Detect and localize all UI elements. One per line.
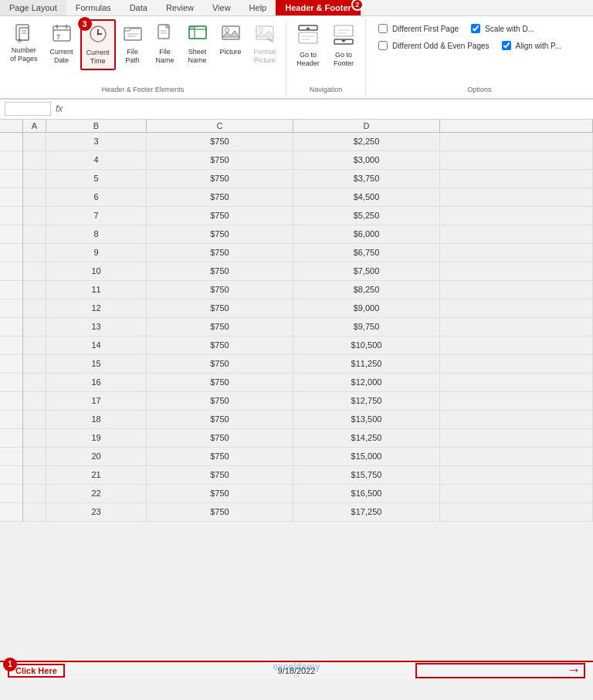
cell-d-3[interactable]: $3,750: [293, 170, 440, 188]
cell-a-19[interactable]: [23, 466, 46, 484]
tab-page-layout[interactable]: Page Layout: [0, 0, 66, 15]
cell-a-9[interactable]: [23, 281, 46, 299]
cell-a-15[interactable]: [23, 392, 46, 410]
cell-d-4[interactable]: $4,500: [293, 188, 440, 206]
cell-b-12[interactable]: 14: [46, 336, 147, 354]
cell-b-14[interactable]: 16: [46, 374, 147, 391]
cell-d-8[interactable]: $7,500: [293, 262, 440, 280]
cell-c-1[interactable]: $750: [147, 133, 293, 150]
cell-c-16[interactable]: $750: [147, 411, 293, 428]
sheet-name-button[interactable]: SheetName: [182, 19, 213, 69]
cell-b-19[interactable]: 21: [46, 466, 147, 484]
cell-d-7[interactable]: $6,750: [293, 244, 440, 262]
cell-c-12[interactable]: $750: [147, 336, 293, 354]
cell-c-20[interactable]: $750: [147, 485, 293, 502]
different-odd-even-checkbox[interactable]: [378, 41, 388, 50]
cell-a-5[interactable]: [23, 207, 46, 225]
cell-b-18[interactable]: 20: [46, 448, 147, 465]
current-time-button[interactable]: 3 CurrentTime: [80, 19, 116, 70]
scale-with-doc-checkbox[interactable]: [471, 24, 480, 33]
cell-b-17[interactable]: 19: [46, 429, 147, 447]
cell-b-9[interactable]: 11: [46, 281, 147, 299]
cell-d-2[interactable]: $3,000: [293, 151, 440, 169]
cell-d-12[interactable]: $10,500: [293, 336, 440, 354]
cell-b-11[interactable]: 13: [46, 318, 147, 336]
go-to-footer-button[interactable]: Go toFooter: [327, 19, 361, 72]
cell-b-5[interactable]: 7: [46, 207, 147, 225]
cell-a-21[interactable]: [23, 503, 46, 521]
cell-a-10[interactable]: [23, 299, 46, 317]
tab-data[interactable]: Data: [120, 0, 157, 15]
cell-d-14[interactable]: $12,000: [293, 374, 440, 391]
cell-c-8[interactable]: $750: [147, 262, 293, 280]
cell-d-20[interactable]: $16,500: [293, 485, 440, 502]
cell-b-8[interactable]: 10: [46, 262, 147, 280]
align-with-page-checkbox[interactable]: [502, 41, 511, 50]
cell-b-6[interactable]: 8: [46, 225, 147, 243]
cell-b-2[interactable]: 4: [46, 151, 147, 169]
name-box[interactable]: [5, 102, 51, 116]
formula-input[interactable]: [67, 104, 588, 113]
cell-c-9[interactable]: $750: [147, 281, 293, 299]
cell-c-4[interactable]: $750: [147, 188, 293, 206]
cell-a-17[interactable]: [23, 429, 46, 447]
different-first-page-checkbox[interactable]: [378, 24, 388, 33]
cell-d-19[interactable]: $15,750: [293, 466, 440, 484]
cell-b-1[interactable]: 3: [46, 133, 147, 150]
cell-a-1[interactable]: [23, 133, 46, 150]
cell-a-14[interactable]: [23, 374, 46, 391]
cell-c-14[interactable]: $750: [147, 374, 293, 391]
cell-c-13[interactable]: $750: [147, 355, 293, 373]
file-name-button[interactable]: FileName: [150, 19, 181, 69]
cell-a-6[interactable]: [23, 225, 46, 243]
cell-b-13[interactable]: 15: [46, 355, 147, 373]
cell-b-20[interactable]: 22: [46, 485, 147, 502]
cell-c-18[interactable]: $750: [147, 448, 293, 465]
cell-a-4[interactable]: [23, 188, 46, 206]
cell-c-15[interactable]: $750: [147, 392, 293, 410]
file-path-button[interactable]: FilePath: [117, 19, 148, 69]
cell-a-11[interactable]: [23, 318, 46, 336]
cell-b-4[interactable]: 6: [46, 188, 147, 206]
go-to-header-button[interactable]: Go toHeader: [291, 19, 325, 72]
cell-b-7[interactable]: 9: [46, 244, 147, 262]
cell-c-10[interactable]: $750: [147, 299, 293, 317]
cell-d-9[interactable]: $8,250: [293, 281, 440, 299]
cell-d-5[interactable]: $5,250: [293, 207, 440, 225]
cell-c-2[interactable]: $750: [147, 151, 293, 169]
cell-d-21[interactable]: $17,250: [293, 503, 440, 521]
tab-header-footer[interactable]: Header & Footer 2: [276, 0, 361, 15]
tab-review[interactable]: Review: [157, 0, 203, 15]
cell-a-2[interactable]: [23, 151, 46, 169]
cell-a-13[interactable]: [23, 355, 46, 373]
cell-d-15[interactable]: $12,750: [293, 392, 440, 410]
cell-b-21[interactable]: 23: [46, 503, 147, 521]
picture-button[interactable]: Picture: [215, 19, 247, 60]
cell-d-18[interactable]: $15,000: [293, 448, 440, 465]
number-of-pages-button[interactable]: # Numberof Pages: [5, 19, 43, 67]
tab-formulas[interactable]: Formulas: [66, 0, 120, 15]
cell-c-17[interactable]: $750: [147, 429, 293, 447]
tab-view[interactable]: View: [203, 0, 240, 15]
cell-a-3[interactable]: [23, 170, 46, 188]
cell-c-6[interactable]: $750: [147, 225, 293, 243]
tab-help[interactable]: Help: [240, 0, 276, 15]
cell-a-20[interactable]: [23, 485, 46, 502]
cell-d-6[interactable]: $6,000: [293, 225, 440, 243]
cell-a-7[interactable]: [23, 244, 46, 262]
cell-c-3[interactable]: $750: [147, 170, 293, 188]
cell-a-12[interactable]: [23, 336, 46, 354]
cell-b-3[interactable]: 5: [46, 170, 147, 188]
cell-d-17[interactable]: $14,250: [293, 429, 440, 447]
cell-b-16[interactable]: 18: [46, 411, 147, 428]
cell-d-16[interactable]: $13,500: [293, 411, 440, 428]
cell-c-21[interactable]: $750: [147, 503, 293, 521]
cell-c-7[interactable]: $750: [147, 244, 293, 262]
cell-b-10[interactable]: 12: [46, 299, 147, 317]
current-date-button[interactable]: 7 CurrentDate: [45, 19, 79, 69]
cell-c-19[interactable]: $750: [147, 466, 293, 484]
cell-d-1[interactable]: $2,250: [293, 133, 440, 150]
cell-b-15[interactable]: 17: [46, 392, 147, 410]
cell-a-8[interactable]: [23, 262, 46, 280]
cell-d-10[interactable]: $9,000: [293, 299, 440, 317]
